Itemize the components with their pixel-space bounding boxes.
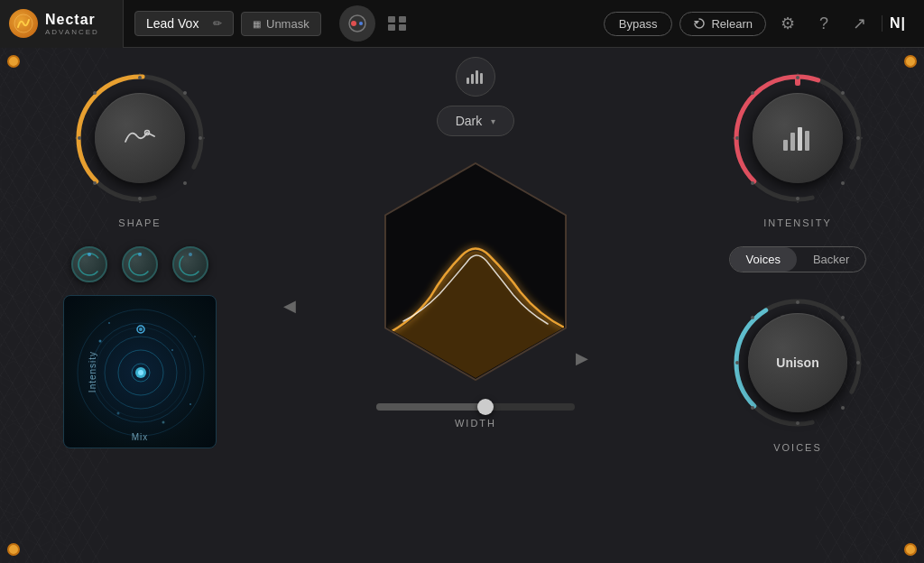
svg-point-82	[796, 300, 799, 304]
intensity-knob[interactable]	[725, 66, 870, 210]
svg-rect-54	[467, 78, 469, 84]
center-panel: Dark ▾	[280, 48, 671, 563]
voices-label: VOICES	[773, 442, 822, 453]
backer-button[interactable]: Backer	[797, 247, 865, 272]
svg-point-74	[856, 136, 860, 140]
svg-point-22	[93, 91, 97, 95]
preset-name-display[interactable]: Lead Vox ✏	[134, 11, 234, 36]
svg-point-71	[751, 181, 754, 185]
settings-icon[interactable]: ⚙	[773, 9, 802, 38]
svg-point-85	[751, 406, 754, 410]
svg-point-48	[162, 421, 165, 424]
small-knob-1[interactable]	[71, 246, 107, 282]
shape-knob[interactable]	[68, 66, 212, 210]
unmask-icon: ▦	[253, 19, 261, 29]
svg-point-44	[171, 349, 173, 351]
svg-point-26	[183, 181, 187, 185]
bypass-button[interactable]: Bypass	[604, 12, 673, 36]
svg-point-31	[88, 253, 91, 256]
width-area: WIDTH	[376, 403, 575, 429]
svg-point-87	[841, 406, 845, 410]
svg-point-49	[108, 322, 110, 324]
svg-rect-78	[798, 127, 802, 151]
svg-point-50	[194, 336, 196, 337]
main-content: SHAPE	[0, 48, 924, 563]
shape-knob-inner[interactable]	[95, 93, 185, 183]
voices-backer-toggle: Voices Backer	[729, 246, 867, 272]
svg-point-21	[138, 76, 142, 79]
preset-value: Dark	[456, 114, 483, 128]
svg-rect-77	[790, 133, 795, 151]
svg-point-46	[189, 403, 191, 405]
width-slider[interactable]	[376, 403, 575, 411]
visualizer-icon-button[interactable]	[456, 57, 495, 97]
intensity-eq-icon	[780, 124, 816, 152]
help-icon[interactable]: ?	[809, 9, 838, 38]
pencil-icon: ✏	[213, 17, 222, 30]
relearn-button[interactable]: Relearn	[679, 12, 766, 36]
small-knob-3-wrap	[172, 246, 208, 282]
svg-point-23	[78, 136, 81, 140]
svg-rect-56	[476, 70, 478, 84]
ni-logo: N|	[882, 15, 913, 32]
space-viz-y-label: Intensity	[88, 351, 97, 392]
svg-point-35	[189, 253, 192, 256]
small-knob-1-wrap	[71, 246, 107, 282]
preset-dropdown[interactable]: Dark ▾	[437, 106, 515, 136]
svg-point-68	[796, 76, 799, 79]
nav-icon-visualizer[interactable]	[339, 5, 375, 42]
nectar-logo-icon	[9, 9, 38, 38]
voices-button[interactable]: Voices	[730, 247, 797, 272]
nav-icon-grid[interactable]	[379, 5, 415, 42]
bars-icon	[466, 69, 485, 85]
header: Nectar ADVANCED Lead Vox ✏ ▦ Unmask	[0, 0, 924, 48]
svg-point-70	[735, 136, 739, 140]
svg-point-73	[841, 181, 845, 185]
space-visualizer[interactable]: Intensity Mix	[63, 295, 217, 448]
hex-left-arrow[interactable]: ◀	[283, 296, 296, 316]
logo-subtitle: ADVANCED	[45, 28, 99, 36]
svg-rect-6	[388, 24, 395, 31]
left-panel: SHAPE	[0, 48, 280, 563]
voices-knob-area: Unison VOICES	[725, 291, 870, 453]
intensity-knob-area: INTENSITY	[725, 66, 870, 228]
svg-point-53	[139, 328, 143, 331]
logo-title: Nectar	[45, 12, 99, 28]
hex-visualization-wrap	[358, 154, 593, 389]
preset-area: Lead Vox ✏ ▦ Unmask	[124, 0, 332, 47]
width-slider-fill	[376, 403, 485, 411]
width-slider-thumb[interactable]	[477, 399, 494, 415]
svg-point-32	[129, 254, 151, 275]
svg-point-25	[138, 197, 142, 200]
svg-point-33	[138, 253, 142, 256]
share-icon[interactable]: ↗	[845, 9, 874, 38]
unmask-label: Unmask	[266, 17, 310, 31]
width-label: WIDTH	[455, 418, 496, 429]
small-knob-3[interactable]	[172, 246, 208, 282]
hex-visualization[interactable]	[358, 154, 593, 389]
svg-point-86	[796, 421, 799, 425]
shape-symbol	[124, 124, 156, 153]
svg-point-43	[99, 340, 102, 343]
svg-point-72	[796, 197, 799, 200]
svg-point-24	[93, 181, 97, 185]
svg-point-27	[199, 136, 202, 140]
unmask-button[interactable]: ▦ Unmask	[241, 12, 321, 36]
logo-area: Nectar ADVANCED	[0, 0, 124, 48]
nav-icons	[332, 5, 422, 42]
right-panel: INTENSITY Voices Backer	[671, 48, 924, 563]
small-knob-2[interactable]	[122, 246, 158, 282]
preset-name-text: Lead Vox	[146, 16, 199, 31]
logo-text: Nectar ADVANCED	[45, 12, 99, 36]
svg-point-2	[351, 21, 356, 26]
right-controls: Bypass Relearn ⚙ ? ↗ N|	[604, 9, 924, 38]
chevron-down-icon: ▾	[491, 116, 495, 126]
svg-rect-5	[399, 16, 406, 23]
intensity-knob-inner[interactable]	[753, 93, 843, 183]
svg-rect-55	[471, 74, 474, 84]
svg-point-34	[180, 254, 201, 275]
svg-point-3	[359, 22, 363, 25]
relearn-label: Relearn	[711, 17, 753, 31]
hex-right-arrow[interactable]: ▶	[576, 348, 920, 368]
svg-point-83	[751, 316, 754, 319]
